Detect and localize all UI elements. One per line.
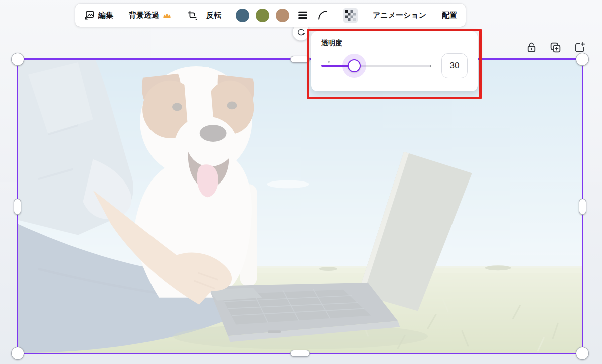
- rotate-icon: [296, 28, 306, 37]
- resize-handle-top-left[interactable]: [11, 53, 24, 66]
- resize-handle-bottom-left[interactable]: [11, 347, 24, 360]
- animation-button[interactable]: アニメーション: [372, 9, 427, 22]
- toolbar-divider: [179, 9, 179, 21]
- toolbar-divider: [365, 9, 365, 21]
- transparency-button[interactable]: [343, 8, 358, 23]
- page-actions: [525, 41, 586, 54]
- annotation-highlight: 透明度 30: [307, 29, 482, 99]
- crop-icon: [187, 10, 198, 21]
- position-button[interactable]: 配置: [441, 9, 458, 22]
- transparency-label: 透明度: [321, 39, 468, 48]
- stroke-weight-button[interactable]: [296, 9, 310, 22]
- crop-button[interactable]: [186, 9, 199, 22]
- color-swatch-1[interactable]: [236, 9, 249, 22]
- photo-illustration: [18, 60, 582, 353]
- add-page-button[interactable]: [573, 41, 586, 54]
- resize-handle-bottom-right[interactable]: [576, 347, 589, 360]
- color-swatch-3[interactable]: [276, 9, 289, 22]
- duplicate-icon: [549, 41, 562, 54]
- lock-button[interactable]: [525, 41, 538, 54]
- background-remove-button[interactable]: 背景透過: [128, 9, 172, 22]
- curve-icon: [317, 10, 328, 21]
- resize-handle-top-right[interactable]: [576, 53, 589, 66]
- transparency-value-input[interactable]: 30: [441, 53, 468, 78]
- slider-end-tick: [430, 65, 431, 67]
- canvas-image[interactable]: [18, 60, 582, 353]
- animation-label: アニメーション: [373, 11, 426, 20]
- background-remove-label: 背景透過: [129, 11, 159, 20]
- toolbar-divider: [229, 9, 229, 21]
- edit-label: 編集: [98, 11, 113, 20]
- transparency-slider-row: 30: [321, 53, 468, 79]
- toolbar-divider: [434, 9, 434, 21]
- toolbar-divider: [121, 9, 121, 21]
- curve-button[interactable]: [316, 9, 329, 22]
- resize-handle-right[interactable]: [579, 199, 586, 215]
- transparency-checker-icon: [345, 10, 356, 21]
- stroke-weight-icon: [297, 10, 309, 21]
- context-toolbar: 編集 背景透過 反転: [75, 4, 466, 27]
- resize-handle-left[interactable]: [14, 199, 21, 215]
- duplicate-button[interactable]: [549, 41, 562, 54]
- slider-start-tick: [328, 61, 330, 63]
- transparency-popup: 透明度 30: [311, 31, 478, 91]
- image-edit-icon: [84, 10, 95, 21]
- resize-handle-bottom[interactable]: [290, 350, 310, 357]
- color-swatch-2[interactable]: [256, 9, 269, 22]
- toolbar-divider: [336, 9, 336, 21]
- edit-button[interactable]: 編集: [83, 8, 114, 23]
- position-label: 配置: [442, 11, 457, 20]
- flip-button[interactable]: 反転: [205, 9, 222, 22]
- transparency-slider[interactable]: [321, 53, 431, 79]
- add-page-icon: [573, 41, 586, 54]
- crown-icon: [163, 12, 171, 19]
- flip-label: 反転: [206, 11, 221, 20]
- slider-thumb[interactable]: [348, 59, 361, 72]
- unlock-icon: [525, 41, 538, 54]
